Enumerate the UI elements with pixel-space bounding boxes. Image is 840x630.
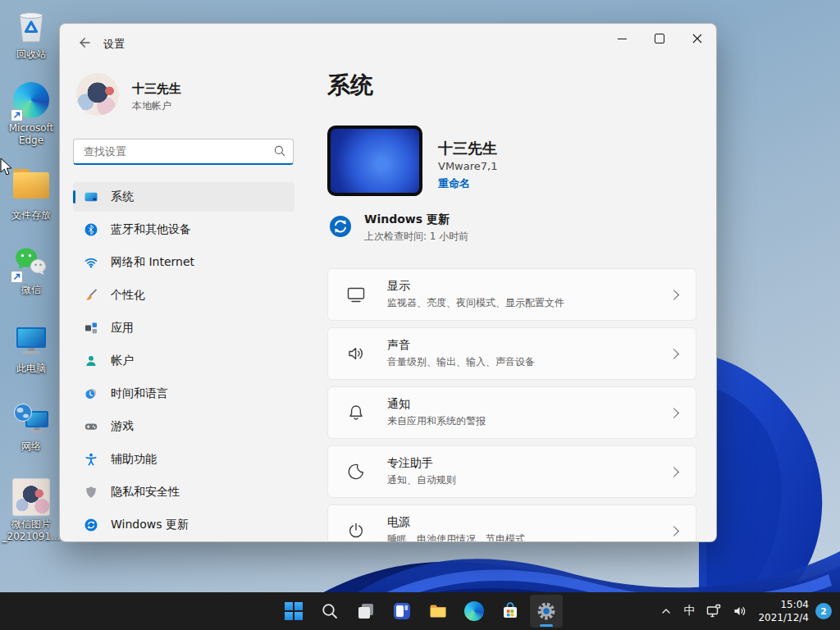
speaker-icon xyxy=(732,603,748,619)
chevron-right-icon xyxy=(669,349,679,359)
nav-item-privacy-security[interactable]: 隐私和安全性 xyxy=(73,477,294,507)
network-tray-icon[interactable] xyxy=(701,595,727,628)
update-detail: 上次检查时间: 1 小时前 xyxy=(364,230,468,244)
desktop-icon-recycle-bin[interactable]: 回收站 xyxy=(2,8,61,61)
update-title: Windows 更新 xyxy=(364,212,468,227)
search-button[interactable] xyxy=(313,595,346,628)
minimize-button[interactable] xyxy=(603,24,641,53)
nav-item-accounts[interactable]: 帐户 xyxy=(73,346,294,376)
focus-assist-moon-icon xyxy=(346,462,366,482)
volume-tray-icon[interactable] xyxy=(727,595,753,628)
desktop-icon-folder[interactable]: 文件存放 xyxy=(2,164,61,221)
network-icon xyxy=(12,400,50,438)
personalization-brush-icon xyxy=(84,289,98,302)
sound-icon xyxy=(346,344,366,363)
store-icon xyxy=(500,601,520,621)
desktop-icon-wechat-image[interactable]: 微信图片_2021091... xyxy=(2,478,61,543)
chevron-right-icon xyxy=(669,526,679,536)
nav-item-system[interactable]: 系统 xyxy=(73,182,294,212)
accessibility-person-icon xyxy=(84,453,98,466)
windows-update-icon xyxy=(329,215,352,238)
nav-item-bluetooth-devices[interactable]: 蓝牙和其他设备 xyxy=(73,215,294,244)
desktop-icon-label: 回收站 xyxy=(2,48,61,61)
minimize-icon xyxy=(618,39,627,39)
clock-time: 15:04 xyxy=(758,598,809,611)
nav-item-gaming[interactable]: 游戏 xyxy=(73,412,294,441)
desktop-icon-label: Microsoft Edge xyxy=(2,122,61,147)
chevron-up-icon xyxy=(660,605,673,618)
nav-item-time-language[interactable]: 时间和语言 xyxy=(73,379,294,409)
card-focus-assist[interactable]: 专注助手 通知、自动规则 xyxy=(327,445,696,498)
maximize-icon xyxy=(655,34,664,43)
card-display[interactable]: 显示 监视器、亮度、夜间模式、显示配置文件 xyxy=(327,268,696,321)
hidden-icons-chevron[interactable] xyxy=(655,595,678,628)
shortcut-arrow-icon xyxy=(11,109,23,121)
back-button[interactable] xyxy=(73,31,96,54)
nav-item-network-internet[interactable]: 网络和 Internet xyxy=(73,248,294,277)
settings-gear-icon xyxy=(536,600,557,622)
selected-indicator xyxy=(73,190,75,203)
folder-icon xyxy=(12,169,50,207)
search-icon xyxy=(320,601,340,621)
active-app-indicator xyxy=(540,624,553,627)
clock[interactable]: 15:04 2021/12/4 xyxy=(753,598,815,624)
desktop-icon-label: 此电脑 xyxy=(2,363,61,375)
window-title: 设置 xyxy=(103,37,125,52)
search-icon xyxy=(273,144,286,158)
wifi-icon xyxy=(84,256,98,269)
device-model: VMware7,1 xyxy=(438,160,497,172)
taskbar: 中 15:04 2021/12/4 2 xyxy=(0,592,840,630)
apps-icon xyxy=(84,322,98,335)
user-name: 十三先生 xyxy=(132,81,181,97)
nav-item-apps[interactable]: 应用 xyxy=(73,313,294,343)
card-sound[interactable]: 声音 音量级别、输出、输入、声音设备 xyxy=(327,327,696,380)
user-avatar[interactable] xyxy=(76,73,119,116)
search-box xyxy=(73,139,294,165)
close-icon xyxy=(692,34,702,43)
desktop-icon-this-pc[interactable]: 此电脑 xyxy=(2,322,61,375)
chevron-right-icon xyxy=(669,290,679,300)
nav-item-personalization[interactable]: 个性化 xyxy=(73,281,294,310)
edge-button[interactable] xyxy=(458,595,491,628)
card-notifications[interactable]: 通知 来自应用和系统的警报 xyxy=(327,386,696,439)
search-input[interactable] xyxy=(73,139,294,165)
task-view-icon xyxy=(356,601,376,621)
chevron-right-icon xyxy=(669,467,679,477)
nav-item-accessibility[interactable]: 辅助功能 xyxy=(73,445,294,474)
windows-start-icon xyxy=(285,602,303,620)
desktop-icon-edge[interactable]: Microsoft Edge xyxy=(2,82,61,147)
desktop-icon-label: 微信 xyxy=(2,284,61,296)
windows-update-status[interactable]: Windows 更新 上次检查时间: 1 小时前 xyxy=(329,212,468,244)
settings-window: 设置 十三先生 本地帐户 系统 xyxy=(59,23,717,542)
windows-update-icon xyxy=(84,518,98,532)
network-icon xyxy=(705,603,722,619)
ime-indicator[interactable]: 中 xyxy=(678,595,701,628)
user-account-type: 本地帐户 xyxy=(132,99,171,113)
time-language-clock-icon xyxy=(84,387,98,400)
store-button[interactable] xyxy=(494,595,527,628)
image-file-icon xyxy=(12,478,50,516)
desktop-icon-network[interactable]: 网络 xyxy=(2,400,61,453)
rename-link[interactable]: 重命名 xyxy=(438,176,470,191)
start-button[interactable] xyxy=(277,595,310,628)
shortcut-arrow-icon xyxy=(11,271,23,283)
settings-button[interactable] xyxy=(530,595,563,628)
recycle-bin-icon xyxy=(12,8,50,46)
chevron-right-icon xyxy=(669,408,679,418)
file-explorer-icon xyxy=(428,601,448,621)
card-power[interactable]: 电源 睡眠、电池使用情况、节电模式 xyxy=(327,504,696,542)
accounts-person-icon xyxy=(84,354,98,368)
system-icon xyxy=(84,190,98,203)
maximize-button[interactable] xyxy=(641,24,678,53)
close-button[interactable] xyxy=(678,24,716,53)
wechat-icon xyxy=(12,244,50,281)
task-view-button[interactable] xyxy=(349,595,382,628)
widgets-button[interactable] xyxy=(386,595,418,628)
desktop-icon-label: 文件存放 xyxy=(2,209,61,221)
nav-item-windows-update[interactable]: Windows 更新 xyxy=(73,510,294,540)
desktop-icon-wechat[interactable]: 微信 xyxy=(2,244,61,296)
bluetooth-icon xyxy=(84,223,98,236)
notification-badge[interactable]: 2 xyxy=(815,603,832,619)
file-explorer-button[interactable] xyxy=(422,595,454,628)
gaming-controller-icon xyxy=(84,420,98,433)
